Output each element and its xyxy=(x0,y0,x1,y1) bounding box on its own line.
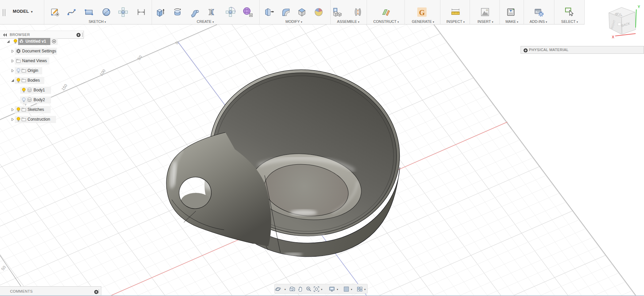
orbit-dropdown[interactable]: ▾ xyxy=(284,288,286,291)
tree-item-construction[interactable]: Construction xyxy=(0,116,87,123)
visibility-bulb-icon[interactable] xyxy=(13,39,18,44)
folder-icon[interactable] xyxy=(21,78,26,83)
fit-dropdown[interactable]: ▾ xyxy=(321,288,322,291)
visibility-bulb-icon[interactable] xyxy=(21,87,26,93)
expander-icon[interactable] xyxy=(10,108,15,112)
select-icon[interactable] xyxy=(564,6,575,18)
sweep-icon[interactable] xyxy=(189,6,200,18)
toolbar-group-assemble[interactable]: ASSEMBLE▾ xyxy=(337,19,359,24)
expander-icon[interactable] xyxy=(10,49,15,53)
comments-panel[interactable]: COMMENTS xyxy=(0,286,101,296)
toolbar-group-construct[interactable]: CONSTRUCT▾ xyxy=(373,19,399,24)
expander-icon[interactable] xyxy=(10,69,15,73)
display-dropdown[interactable]: ▾ xyxy=(337,288,338,291)
visibility-bulb-icon[interactable] xyxy=(16,78,21,83)
gear-icon[interactable] xyxy=(16,48,21,54)
toolbar-drag-handle[interactable] xyxy=(3,9,5,16)
expander-icon[interactable] xyxy=(10,59,15,63)
browser-header[interactable]: BROWSER xyxy=(0,31,84,39)
tree-item-body1[interactable]: Body1 xyxy=(0,87,87,94)
press-pull-icon[interactable] xyxy=(263,6,275,18)
cube-icon[interactable] xyxy=(19,39,24,44)
measure-icon[interactable] xyxy=(450,6,461,18)
gridvis-tool[interactable] xyxy=(343,286,350,292)
gridvis-dropdown[interactable]: ▾ xyxy=(351,288,352,291)
tree-item-sketches[interactable]: Sketches xyxy=(0,106,87,113)
toolbar-group-inspect[interactable]: INSPECT▾ xyxy=(446,19,465,24)
visibility-bulb-icon[interactable] xyxy=(16,68,21,73)
viewports-dropdown[interactable]: ▾ xyxy=(364,288,366,291)
tree-item-label: Body2 xyxy=(34,97,45,102)
loft-icon[interactable] xyxy=(206,6,217,18)
tree-item-origin[interactable]: Origin xyxy=(0,67,87,74)
new-component-icon[interactable] xyxy=(331,6,343,18)
toolbar-group-sketch[interactable]: SKETCH▾ xyxy=(89,19,106,24)
folder-icon[interactable] xyxy=(21,117,26,122)
tree-item-body2[interactable]: Body2 xyxy=(0,96,87,103)
cylinder-icon[interactable] xyxy=(27,97,32,102)
move-icon[interactable] xyxy=(117,6,129,18)
plane-icon[interactable] xyxy=(380,6,391,18)
dimension-icon[interactable] xyxy=(136,6,147,18)
fillet-icon[interactable] xyxy=(280,6,291,18)
create-sketch-icon[interactable] xyxy=(49,6,61,18)
zoom-tool[interactable] xyxy=(306,286,312,292)
circle-icon[interactable] xyxy=(101,6,112,18)
printer-icon[interactable] xyxy=(505,6,517,18)
pattern-icon[interactable] xyxy=(225,6,236,18)
physical-material-title: PHYSICAL MATERIAL xyxy=(529,48,569,52)
tree-item-label: Named Views xyxy=(22,58,47,63)
tree-item-label: Document Settings xyxy=(22,49,56,53)
activate-component-icon[interactable] xyxy=(51,39,57,44)
joint-icon[interactable] xyxy=(352,6,364,18)
expander-icon[interactable] xyxy=(6,39,10,44)
physical-material-panel[interactable]: PHYSICAL MATERIAL xyxy=(521,46,644,54)
physical-material-expand-icon[interactable] xyxy=(523,48,528,53)
rectangle-icon[interactable] xyxy=(83,6,95,18)
tree-item-bodies[interactable]: Bodies xyxy=(0,77,87,84)
visibility-bulb-icon[interactable] xyxy=(16,107,21,112)
toolbar-group-generate[interactable]: GENERATE▾ xyxy=(412,19,434,24)
extrude-icon[interactable] xyxy=(154,6,166,18)
viewports-tool[interactable] xyxy=(357,286,363,292)
browser-collapse-icon[interactable] xyxy=(2,32,8,38)
addins-icon[interactable] xyxy=(533,6,544,18)
toolbar-group-modify[interactable]: MODIFY▾ xyxy=(285,19,302,24)
toolbar-group-create[interactable]: CREATE▾ xyxy=(197,19,214,24)
comments-expand-icon[interactable] xyxy=(94,289,99,295)
visibility-bulb-icon[interactable] xyxy=(16,117,21,122)
toolbar-group-add-ins[interactable]: ADD-INS▾ xyxy=(530,19,547,24)
pan-tool[interactable] xyxy=(298,286,304,292)
image-icon[interactable] xyxy=(479,6,491,18)
revolve-icon[interactable] xyxy=(172,6,183,18)
viewcube[interactable]: TOP BACK RIGHT Y X xyxy=(603,4,643,43)
mug-body-model[interactable] xyxy=(0,0,644,296)
cylinder-icon[interactable] xyxy=(27,87,32,93)
lookat-tool[interactable] xyxy=(289,286,296,292)
toolbar-group-insert[interactable]: INSERT▾ xyxy=(477,19,493,24)
tree-item-untitled-v1[interactable]: Untitled v1 xyxy=(0,38,87,45)
form-icon[interactable] xyxy=(242,6,253,18)
toolbar-group-select[interactable]: SELECT▾ xyxy=(561,19,578,24)
tree-item-named-views[interactable]: Named Views xyxy=(0,57,87,65)
expander-icon[interactable] xyxy=(10,117,15,122)
visibility-bulb-icon[interactable] xyxy=(21,97,26,102)
orbit-tool[interactable] xyxy=(275,286,281,292)
display-tool[interactable] xyxy=(329,286,335,292)
fusion-window: 05010015020050 xyxy=(0,0,644,296)
folder-icon[interactable] xyxy=(21,68,26,73)
spline-icon[interactable] xyxy=(66,6,77,18)
expander-icon[interactable] xyxy=(10,78,15,83)
generate-g-icon[interactable] xyxy=(416,6,428,18)
folder-icon[interactable] xyxy=(21,107,26,112)
toolbar-group-make[interactable]: MAKE▾ xyxy=(505,19,518,24)
workspace-selector[interactable]: MODEL▾ xyxy=(13,9,33,14)
appearance-icon[interactable] xyxy=(313,6,324,18)
tree-item-label: Body1 xyxy=(34,88,45,92)
tree-item-document-settings[interactable]: Document Settings xyxy=(0,48,87,55)
fit-tool[interactable] xyxy=(313,286,320,292)
folder-icon[interactable] xyxy=(16,58,21,64)
viewcube-x-axis xyxy=(615,34,636,36)
shell-icon[interactable] xyxy=(296,6,308,18)
browser-options-icon[interactable] xyxy=(76,32,81,38)
